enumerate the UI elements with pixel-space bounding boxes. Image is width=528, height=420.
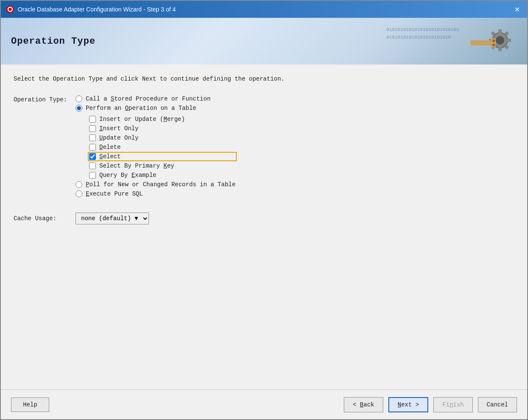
svg-rect-5: [498, 47, 502, 51]
checkbox-update[interactable]: [89, 134, 96, 141]
radio-table-op-label: Perform an Operation on a Table: [86, 105, 196, 112]
checkbox-item-update[interactable]: Update Only: [89, 134, 236, 141]
svg-point-14: [492, 39, 495, 42]
footer: Help < Back Next > Finish Cancel: [1, 389, 527, 419]
checkbox-update-label: Update Only: [99, 134, 138, 141]
header-banner: Operation Type 0101010101010101010101010…: [1, 18, 527, 64]
cache-usage-select[interactable]: none (default) ▼ read-only read-write: [76, 213, 149, 224]
checkbox-item-insert[interactable]: Insert Only: [89, 125, 236, 132]
checkbox-select-pk[interactable]: [89, 162, 96, 169]
form-section: Operation Type: Call a Stored Procedure …: [14, 95, 514, 224]
cache-usage-label: Cache Usage:: [14, 215, 69, 222]
svg-point-3: [496, 36, 504, 45]
checkbox-select-label: Select: [99, 153, 121, 160]
radio-options-group: Call a Stored Procedure or Function Perf…: [76, 95, 236, 197]
checkbox-delete-label: Delete: [99, 144, 121, 151]
operation-type-label: Operation Type:: [14, 95, 69, 103]
svg-point-0: [6, 6, 14, 13]
checkbox-item-merge[interactable]: Insert or Update (Merge): [89, 116, 236, 123]
cancel-button[interactable]: Cancel: [478, 397, 517, 412]
checkbox-item-delete[interactable]: Delete: [89, 144, 236, 151]
footer-left: Help: [11, 398, 49, 412]
operation-type-row: Operation Type: Call a Stored Procedure …: [14, 95, 514, 197]
checkbox-query-example-label: Query By Example: [99, 172, 156, 179]
svg-rect-4: [498, 29, 502, 34]
title-bar: Oracle Database Adapter Configuration Wi…: [1, 1, 527, 18]
radio-item-table-op[interactable]: Perform an Operation on a Table: [76, 105, 236, 112]
radio-pure-sql-label: Execute Pure SQL: [86, 190, 143, 197]
page-title: Operation Type: [11, 36, 95, 47]
checkbox-item-query-example[interactable]: Query By Example: [89, 172, 236, 179]
close-button[interactable]: ✕: [512, 4, 522, 14]
checkbox-insert-label: Insert Only: [99, 125, 138, 132]
radio-stored-proc-input[interactable]: [76, 95, 82, 102]
radio-item-poll[interactable]: Poll for New or Changed Records in a Tab…: [76, 181, 236, 188]
svg-rect-12: [470, 40, 491, 45]
main-window: Oracle Database Adapter Configuration Wi…: [0, 0, 528, 420]
checkbox-merge[interactable]: [89, 116, 96, 123]
oracle-icon: [6, 5, 14, 14]
radio-pure-sql-input[interactable]: [76, 190, 82, 197]
checkbox-item-select[interactable]: Select: [89, 153, 236, 160]
radio-poll-input[interactable]: [76, 181, 82, 188]
radio-table-op-input[interactable]: [76, 105, 82, 112]
checkbox-merge-label: Insert or Update (Merge): [99, 116, 185, 123]
content-area: Select the Operation Type and click Next…: [1, 64, 527, 389]
back-button[interactable]: < Back: [344, 397, 383, 412]
footer-right: < Back Next > Finish Cancel: [344, 397, 517, 412]
next-button[interactable]: Next >: [388, 397, 428, 412]
title-bar-left: Oracle Database Adapter Configuration Wi…: [6, 5, 176, 14]
checkboxes-group: Insert or Update (Merge) Insert Only Upd…: [89, 116, 236, 179]
cache-usage-row: Cache Usage: none (default) ▼ read-only …: [14, 213, 514, 224]
checkbox-query-example[interactable]: [89, 172, 96, 179]
binary-decoration: 01010101010101010101010101 0101010101010…: [386, 26, 459, 41]
radio-item-pure-sql[interactable]: Execute Pure SQL: [76, 190, 236, 197]
help-button[interactable]: Help: [11, 398, 49, 412]
checkbox-select[interactable]: [89, 153, 96, 160]
checkbox-item-select-pk[interactable]: Select By Primary Key: [89, 162, 236, 169]
window-title: Oracle Database Adapter Configuration Wi…: [18, 6, 176, 13]
checkbox-delete[interactable]: [89, 144, 96, 151]
radio-stored-proc-label: Call a Stored Procedure or Function: [86, 95, 211, 102]
checkbox-select-pk-label: Select By Primary Key: [99, 162, 174, 169]
radio-poll-label: Poll for New or Changed Records in a Tab…: [86, 181, 236, 188]
svg-point-15: [492, 44, 495, 46]
radio-item-stored-proc[interactable]: Call a Stored Procedure or Function: [76, 95, 236, 102]
checkbox-insert[interactable]: [89, 125, 96, 132]
svg-rect-7: [507, 39, 511, 42]
gear-icon: [466, 22, 517, 60]
finish-button[interactable]: Finish: [433, 397, 472, 412]
description-text: Select the Operation Type and click Next…: [14, 75, 514, 84]
